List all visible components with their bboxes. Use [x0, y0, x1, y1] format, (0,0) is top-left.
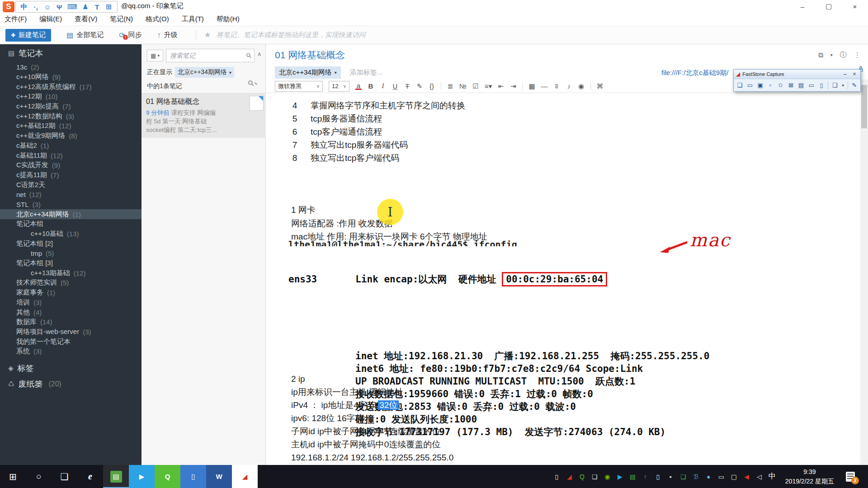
sidebar-notebook-item[interactable]: 系统 (3)	[0, 347, 142, 357]
sidebar-notebook-item[interactable]: C实战开发 (9)	[0, 160, 142, 170]
soft-keyboard-icon[interactable]: ⌨	[67, 3, 77, 11]
iqiyi-tray-icon[interactable]: Q	[579, 473, 585, 480]
search-in-notes-icon[interactable]: ⚲✎	[245, 78, 256, 89]
outdent-icon[interactable]: ⇤	[498, 82, 504, 90]
sidebar-notebook-item[interactable]: c++12高级系统编程 (17)	[0, 82, 142, 92]
maximize-button[interactable]: ▢	[816, 0, 842, 13]
fs-capture-scrolling-icon[interactable]: ▤	[797, 81, 805, 89]
scrollbar-thumb[interactable]	[861, 85, 867, 128]
fs-separator[interactable]	[828, 81, 828, 89]
player-tray-icon[interactable]: ▶	[617, 473, 623, 480]
sync-button[interactable]: ⟳ ! 同步	[119, 31, 142, 39]
highlight-icon[interactable]: ✎	[416, 82, 423, 90]
sidebar-notebook-item[interactable]: c++就业9期网络 (8)	[0, 131, 142, 141]
skin-icon[interactable]: T	[94, 3, 101, 11]
volume-mixer-icon[interactable]: ◀	[743, 473, 750, 480]
fs-capture-fullscreen-icon[interactable]: ⊠	[787, 81, 795, 89]
sidebar-notebook-item[interactable]: 其他 (4)	[0, 307, 142, 317]
note-content[interactable]: 4 掌握网络字节序和主机字节序之间的转换 5 tcp服务器通信流程 6 tcp客…	[266, 93, 860, 465]
sidebar-notebook-item[interactable]: 北京c++34期网络 (1)	[0, 209, 142, 219]
sogou-logo-icon[interactable]: S	[3, 1, 14, 12]
fs-screen-recorder-icon[interactable]: ▯	[818, 81, 826, 89]
note-title[interactable]: 01 网络基础概念	[275, 49, 345, 61]
toolbar-separator[interactable]	[441, 82, 441, 90]
all-notes-button[interactable]: ▤ 全部笔记	[66, 31, 104, 39]
info-icon[interactable]: ⓘ	[840, 51, 847, 59]
sogou-ime-toolbar[interactable]: S 中·,☺Ψ⌨♟T⊞	[3, 1, 118, 13]
fs-output-clipboard-icon[interactable]: ❑	[831, 81, 839, 89]
emoji-icon[interactable]: ☺	[44, 3, 51, 11]
menu-item[interactable]: 工具(T)	[182, 15, 204, 23]
faststone-window[interactable]: ◢ FastStone Capture – × ❏▭▣▫✩⊠▤▭▯❑▾✎	[733, 69, 861, 92]
fs-separator[interactable]	[848, 81, 848, 89]
video-player[interactable]: ▶	[129, 465, 155, 488]
sidebar-notebook-item[interactable]: c++13期基础 (12)	[0, 268, 142, 278]
fs-capture-fixed-icon[interactable]: ▭	[807, 81, 815, 89]
sidebar-notebook-item[interactable]: 家庭事务 (1)	[0, 288, 142, 298]
faststone-titlebar[interactable]: ◢ FastStone Capture – ×	[734, 70, 860, 79]
fs-settings-icon[interactable]: ✎	[850, 81, 858, 89]
view-options-button[interactable]: ▦ ▾	[147, 50, 163, 61]
fs-open-icon[interactable]: ❏	[736, 81, 744, 89]
search-input[interactable]	[166, 49, 239, 62]
sidebar-notebook-item[interactable]: C语第2天	[0, 180, 142, 190]
word-app[interactable]: W	[206, 465, 232, 488]
app-tray-icon[interactable]: ▤	[629, 473, 636, 480]
audio-icon[interactable]: ♪	[566, 82, 572, 90]
faststone-app[interactable]: ◢	[232, 465, 258, 488]
sidebar-notebook-item[interactable]: c基础11期 (12)	[0, 150, 142, 160]
numbered-list-icon[interactable]: №	[459, 82, 467, 90]
sidebar-notebook-item[interactable]: 13c (2)	[0, 62, 142, 72]
new-note-button[interactable]: ✚ 新建笔记	[5, 29, 51, 42]
doc-tray-icon[interactable]: ❏	[591, 473, 598, 480]
fs-capture-window-icon[interactable]: ▭	[746, 81, 754, 89]
start-button[interactable]: ⊞	[0, 465, 26, 488]
sogou-toolbox-icon[interactable]: ⊞	[105, 3, 113, 11]
edge-browser[interactable]: e	[77, 465, 103, 488]
punctuation-icon[interactable]: ·,	[32, 3, 39, 11]
checkbox-icon[interactable]: ☑	[472, 82, 479, 90]
nvidia-tray-icon[interactable]: ◉	[604, 473, 611, 480]
sidebar-notebook-item[interactable]: c基础2 (1)	[0, 141, 142, 151]
sidebar-notebook-item[interactable]: c++12期c提高 (7)	[0, 102, 142, 112]
sidebar-notebook-item[interactable]: 我的第一个笔记本	[0, 337, 142, 347]
close-button[interactable]: ×	[842, 0, 868, 13]
reader-tray-icon[interactable]: ▯	[655, 473, 661, 480]
underline-icon[interactable]: U	[392, 82, 398, 90]
fs-output-dropdown[interactable]: ▾	[841, 81, 845, 89]
sidebar-notebook-item[interactable]: 笔记本组	[0, 219, 142, 229]
strikethrough-icon[interactable]: T	[404, 82, 410, 90]
editor-scrollbar[interactable]	[860, 80, 868, 465]
screenshot-icon[interactable]: ◉	[578, 82, 585, 90]
menu-item[interactable]: 格式(O)	[146, 15, 169, 23]
chevron-down-icon[interactable]: ▾	[830, 52, 833, 57]
tags-header[interactable]: ◈ 标签	[8, 363, 34, 374]
code-block-icon[interactable]: {}	[429, 82, 435, 90]
sidebar-notebook-item[interactable]: 笔记本组 [3]	[0, 258, 142, 268]
menu-item[interactable]: 文件(F)	[5, 15, 27, 23]
notebook-filter-chip[interactable]: 北京c++34期网络 ▾	[175, 67, 234, 78]
add-tag-field[interactable]: 添加标签...	[350, 68, 383, 77]
vm-tray-icon[interactable]: ▪	[667, 473, 674, 480]
fs-capture-object-icon[interactable]: ▣	[756, 81, 764, 89]
notebooks-header[interactable]: ▤ 笔记本	[8, 48, 43, 59]
font-family-select[interactable]: 微软雅黑 ∨	[275, 81, 323, 92]
indent-icon[interactable]: ⇥	[510, 82, 516, 90]
toolbar-separator[interactable]	[522, 82, 523, 90]
network-icon[interactable]: ▢	[731, 473, 737, 480]
faststone-close-button[interactable]: ×	[851, 71, 858, 77]
mobile-app[interactable]: ▯	[180, 465, 206, 488]
trash-item[interactable]: ♺ 废纸篓 (20)	[8, 379, 61, 389]
evernote-app[interactable]: ▤	[103, 465, 129, 488]
fs-capture-freehand-icon[interactable]: ✩	[777, 81, 784, 89]
ime-chinese-icon[interactable]: 中	[20, 3, 28, 11]
sidebar-notebook-item[interactable]: 数据库 (14)	[0, 317, 142, 327]
battery-icon[interactable]: ▭	[718, 473, 725, 480]
file-explorer[interactable]: ❏	[52, 465, 77, 488]
note-list-item[interactable]: 01 网络基础概念 9 分钟前 课程安排 网编编 程 5d 第一天:网络基础 s…	[142, 94, 266, 138]
sidebar-notebook-item[interactable]: 网络项目-web-server (3)	[0, 327, 142, 337]
font-color-icon[interactable]: a	[355, 83, 362, 90]
faststone-minimize-button[interactable]: –	[841, 71, 849, 77]
present-note-icon[interactable]: ⧉	[818, 51, 823, 59]
ime-indicator[interactable]: 中	[769, 472, 776, 481]
